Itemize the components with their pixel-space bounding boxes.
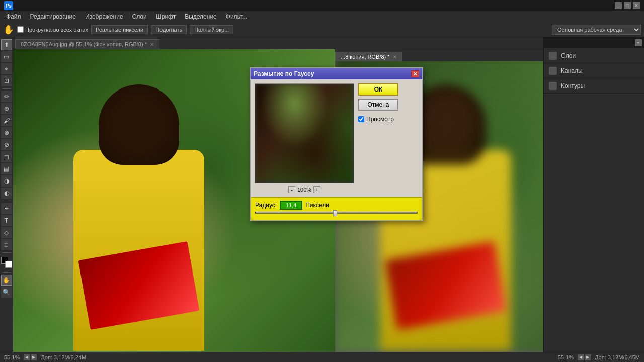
radius-slider-thumb[interactable]: [333, 210, 337, 216]
gradient-tool[interactable]: ▤: [1, 163, 12, 174]
preview-zoom-in-button[interactable]: +: [313, 186, 320, 193]
radius-input[interactable]: [280, 201, 302, 210]
doc-info-right: Доп: 3,12M/6,45M: [595, 354, 640, 360]
main-area: ⬆ ▭ ⌖ ⊡ ✏ ⊕ 🖌 ⊗ ⊘ ◻ ▤ ◑ ◐ ✒ T ◇ □ ✋: [0, 37, 644, 352]
clone-tool[interactable]: ⊗: [1, 127, 12, 138]
layers-icon: [549, 52, 557, 60]
shape-tool[interactable]: □: [1, 239, 12, 250]
zoom-right: 55,1%: [558, 354, 574, 360]
photoshop-logo: Ps: [4, 1, 13, 10]
panel-collapse-button[interactable]: «: [635, 39, 642, 46]
doc-tab-left[interactable]: 8ZOA8FN5Aug.jpg @ 55,1% (Фон копия, RGB/…: [15, 39, 159, 49]
right-panel: « Слои Каналы Контуры: [543, 37, 644, 352]
history-tool[interactable]: ⊘: [1, 139, 12, 150]
right-image-tab[interactable]: ...8 копия, RGB/8) * ✕: [335, 52, 403, 61]
preview-checkbox-label: Просмотр: [366, 116, 394, 123]
path-tool[interactable]: ◇: [1, 227, 12, 238]
move-tool[interactable]: ⬆: [1, 39, 12, 50]
menu-edit[interactable]: Редактирование: [26, 12, 80, 21]
panel-tab-paths[interactable]: Контуры: [544, 78, 644, 94]
tools-panel: ⬆ ▭ ⌖ ⊡ ✏ ⊕ 🖌 ⊗ ⊘ ◻ ▤ ◑ ◐ ✒ T ◇ □ ✋: [0, 37, 13, 352]
preview-zoom-label: 100%: [297, 187, 311, 193]
title-bar: Ps _ □ ✕: [0, 0, 644, 11]
menu-bar: Файл Редактирование Изображение Слои Шри…: [0, 11, 644, 22]
options-bar: ✋ Прокрутка во всех окнах Реальные пиксе…: [0, 22, 644, 37]
dialog-close-button[interactable]: ✕: [411, 70, 419, 77]
menu-image[interactable]: Изображение: [81, 12, 127, 21]
heal-tool[interactable]: ⊕: [1, 103, 12, 114]
menu-layers[interactable]: Слои: [128, 12, 151, 21]
preview-zoom-out-button[interactable]: -: [288, 186, 295, 193]
status-prev-button[interactable]: ◀: [24, 354, 30, 360]
dialog-content: - 100% + ОК Отмена Просмотр: [251, 79, 422, 197]
fill-screen-button[interactable]: Полный экр...: [190, 25, 233, 34]
crop-tool[interactable]: ⊡: [1, 75, 12, 86]
preview-nav: - 100% +: [255, 186, 354, 193]
blur-tool[interactable]: ◑: [1, 175, 12, 187]
fit-button[interactable]: Подогнать: [151, 25, 187, 34]
tool-separator-1: [2, 88, 11, 89]
channels-icon: [549, 67, 557, 75]
dialog-title: Размытие по Гауссу: [254, 70, 314, 77]
zoom-left: 55,1%: [4, 354, 20, 360]
minimize-button[interactable]: _: [615, 2, 622, 9]
close-button[interactable]: ✕: [633, 2, 640, 9]
radius-unit: Пиксели: [305, 202, 329, 209]
lasso-tool[interactable]: ⌖: [1, 63, 12, 74]
pen-tool[interactable]: ✒: [1, 203, 12, 214]
status-prev-right-button[interactable]: ◀: [578, 354, 584, 360]
tool-separator-3: [2, 252, 11, 253]
panel-tab-channels[interactable]: Каналы: [544, 63, 644, 78]
maximize-button[interactable]: □: [624, 2, 631, 9]
status-bar: 55,1% ◀ ▶ Доп: 3,12M/6,24M 55,1% ◀ ▶ Доп…: [0, 352, 644, 362]
radius-inputs: Радиус: Пиксели: [255, 201, 418, 210]
eraser-tool[interactable]: ◻: [1, 151, 12, 162]
menu-file[interactable]: Файл: [2, 12, 25, 21]
scroll-all-checkbox[interactable]: [17, 26, 24, 33]
zoom-tool[interactable]: 🔍: [1, 287, 12, 298]
gaussian-blur-dialog[interactable]: Размытие по Гауссу ✕ -: [250, 67, 423, 221]
status-next-right-button[interactable]: ▶: [585, 354, 591, 360]
status-next-button[interactable]: ▶: [31, 354, 37, 360]
color-swatches[interactable]: [1, 257, 12, 268]
eyedropper-tool[interactable]: ✏: [1, 91, 12, 102]
actual-pixels-button[interactable]: Реальные пиксели: [91, 25, 148, 34]
brush-tool[interactable]: 🖌: [1, 115, 12, 126]
doc-info-left: Доп: 3,12M/6,24M: [41, 354, 86, 360]
status-nav-right: ◀ ▶: [578, 354, 591, 360]
ok-button[interactable]: ОК: [358, 83, 398, 96]
text-tool[interactable]: T: [1, 215, 12, 226]
radius-row: Радиус: Пиксели: [251, 197, 422, 220]
select-tool[interactable]: ▭: [1, 51, 12, 62]
tool-separator-4: [2, 272, 11, 273]
background-color[interactable]: [5, 261, 12, 268]
tool-separator-2: [2, 201, 11, 201]
woman-figure-left: [43, 89, 234, 352]
right-tab-close-icon[interactable]: ✕: [393, 54, 397, 60]
dialog-titlebar: Размытие по Гауссу ✕: [251, 68, 422, 79]
doc-tab-close-icon[interactable]: ✕: [150, 42, 154, 47]
workspace-select[interactable]: Основная рабочая среда: [552, 25, 641, 35]
panel-tabs: Слои Каналы Контуры: [544, 48, 644, 94]
scroll-all-checkbox-label: Прокрутка во всех окнах: [17, 26, 88, 33]
menu-font[interactable]: Шрифт: [152, 12, 180, 21]
dodge-tool[interactable]: ◐: [1, 188, 12, 199]
radius-slider-track[interactable]: [255, 212, 418, 214]
woman-hair-left: [99, 84, 179, 165]
right-panel-header: «: [544, 37, 644, 48]
preview-checkbox[interactable]: [358, 116, 364, 122]
hand-tool[interactable]: ✋: [1, 275, 12, 286]
menu-select[interactable]: Выделение: [181, 12, 221, 21]
right-image-tabs: ...8 копия, RGB/8) * ✕ _ □ ✕: [335, 49, 543, 61]
status-left: 55,1% ◀ ▶ Доп: 3,12M/6,24M: [4, 354, 86, 360]
hand-tool-icon: ✋: [3, 24, 14, 35]
radius-label: Радиус:: [255, 202, 277, 209]
dialog-controls: ОК Отмена Просмотр: [358, 83, 418, 193]
status-right: 55,1% ◀ ▶ Доп: 3,12M/6,45M: [558, 354, 640, 360]
cancel-button[interactable]: Отмена: [358, 99, 398, 111]
preview-checkbox-row: Просмотр: [358, 116, 418, 123]
title-bar-left: Ps: [4, 1, 13, 10]
menu-filter[interactable]: Фильт...: [222, 12, 251, 21]
dialog-preview: [255, 83, 354, 183]
panel-tab-layers[interactable]: Слои: [544, 48, 644, 63]
